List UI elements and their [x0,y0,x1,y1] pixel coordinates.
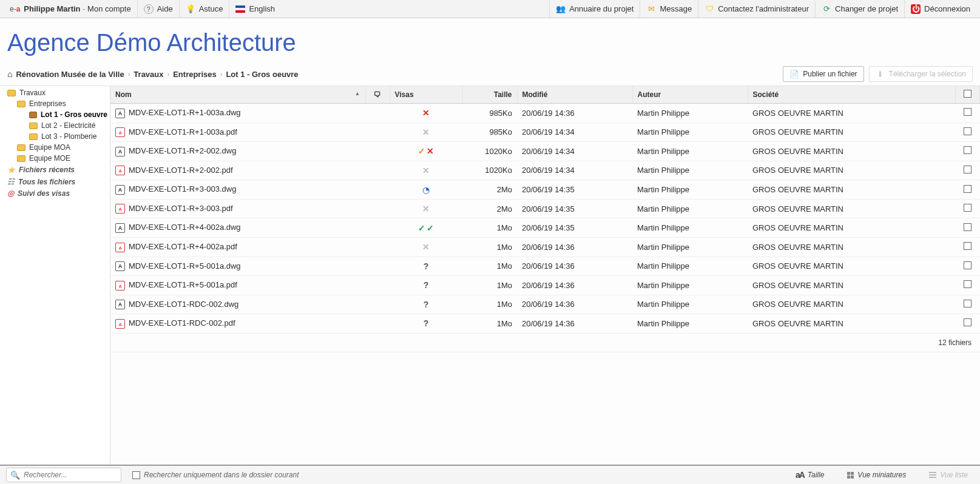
contact-admin-button[interactable]: 🛡 Contactez l'administrateur [698,1,815,18]
cell-name[interactable]: AMDV-EXE-LOT1-R+1-003a.dwg [110,104,365,123]
cell-visas[interactable]: ? [390,295,462,314]
table-row[interactable]: ▵MDV-EXE-LOT1-R+5-001a.pdf?1Mo20/06/19 1… [110,276,980,295]
cell-name[interactable]: AMDV-EXE-LOT1-RDC-002.dwg [110,295,365,314]
checkbox-icon[interactable] [964,185,972,193]
cell-comment[interactable] [365,314,390,334]
cell-visas[interactable]: ✕ [390,104,462,123]
publish-file-button[interactable]: 📄 Publier un fichier [783,66,863,82]
tree-recent-files[interactable]: ★ Fichiers récents [0,164,110,176]
home-icon[interactable]: ⌂ [7,69,12,79]
tree-lot1[interactable]: Lot 1 - Gros oeuvre [0,109,110,120]
cell-comment[interactable] [365,180,390,200]
cell-select[interactable] [956,123,980,142]
checkbox-icon[interactable] [964,280,972,288]
cell-visas[interactable]: ✕ [390,199,462,218]
cell-name[interactable]: ▵MDV-EXE-LOT1-RDC-002.pdf [110,314,365,334]
view-list[interactable]: Vue liste [923,471,974,479]
col-size[interactable]: Taille [462,86,517,104]
checkbox-icon[interactable] [964,261,972,269]
search-input[interactable] [24,471,117,479]
directory-button[interactable]: 👥 Annuaire du projet [549,1,640,18]
cell-comment[interactable] [365,276,390,295]
tree-entreprises[interactable]: Entreprises [0,98,110,109]
breadcrumb-root[interactable]: Rénovation Musée de la Ville [16,70,124,79]
checkbox-icon[interactable] [964,146,972,154]
tree-lot2[interactable]: Lot 2 - Electricité [0,120,110,131]
col-name[interactable]: Nom ▲ [110,86,365,104]
cell-visas[interactable]: ✕ [390,161,462,180]
tip-button[interactable]: 💡 Astuce [180,1,230,18]
col-company[interactable]: Société [748,86,956,104]
cell-comment[interactable] [365,295,390,314]
checkbox-icon[interactable] [964,223,972,231]
message-button[interactable]: ✉ Message [640,1,698,18]
search-input-wrapper[interactable]: 🔍 [6,468,121,482]
cell-select[interactable] [956,161,980,180]
cell-select[interactable] [956,218,980,238]
tree-moa[interactable]: Equipe MOA [0,142,110,153]
search-folder-only[interactable]: Rechercher uniquement dans le dossier co… [132,471,299,479]
col-visas[interactable]: Visas [390,86,462,104]
cell-select[interactable] [956,276,980,295]
table-row[interactable]: AMDV-EXE-LOT1-R+1-003a.dwg✕985Ko20/06/19… [110,104,980,123]
view-thumbnails[interactable]: Vue miniatures [841,471,912,479]
table-row[interactable]: AMDV-EXE-LOT1-RDC-002.dwg?1Mo20/06/19 14… [110,295,980,314]
tree-moe[interactable]: Equipe MOE [0,153,110,164]
cell-visas[interactable]: ◔ [390,180,462,200]
language-button[interactable]: English [229,1,281,18]
cell-comment[interactable] [365,199,390,218]
checkbox-icon[interactable] [964,90,972,98]
cell-name[interactable]: AMDV-EXE-LOT1-R+5-001a.dwg [110,257,365,276]
cell-comment[interactable] [365,161,390,180]
tree-all-files[interactable]: ☷ Tous les fichiers [0,176,110,187]
cell-visas[interactable]: ✕ [390,123,462,142]
checkbox-icon[interactable] [964,108,972,116]
tree-visa-tracking[interactable]: ◎ Suivi des visas [0,187,110,199]
checkbox-icon[interactable] [964,166,972,173]
cell-select[interactable] [956,199,980,218]
cell-visas[interactable]: ? [390,314,462,334]
cell-name[interactable]: AMDV-EXE-LOT1-R+4-002a.dwg [110,218,365,238]
tree-lot3[interactable]: Lot 3 - Plomberie [0,131,110,142]
cell-name[interactable]: ▵MDV-EXE-LOT1-R+5-001a.pdf [110,276,365,295]
cell-select[interactable] [956,314,980,334]
table-row[interactable]: AMDV-EXE-LOT1-R+2-002.dwg✓✕1020Ko20/06/1… [110,142,980,161]
checkbox-icon[interactable] [964,127,972,135]
cell-name[interactable]: ▵MDV-EXE-LOT1-R+1-003a.pdf [110,123,365,142]
cell-visas[interactable]: ✕ [390,237,462,257]
table-row[interactable]: ▵MDV-EXE-LOT1-R+2-002.pdf✕1020Ko20/06/19… [110,161,980,180]
col-modified[interactable]: Modifié [517,86,632,104]
cell-name[interactable]: ▵MDV-EXE-LOT1-R+4-002a.pdf [110,237,365,257]
table-row[interactable]: AMDV-EXE-LOT1-R+3-003.dwg◔2Mo20/06/19 14… [110,180,980,200]
table-row[interactable]: AMDV-EXE-LOT1-R+5-001a.dwg?1Mo20/06/19 1… [110,257,980,276]
account-menu[interactable]: e-a Philippe Martin - Mon compte [4,1,138,18]
cell-name[interactable]: AMDV-EXE-LOT1-R+2-002.dwg [110,142,365,161]
checkbox-icon[interactable] [132,471,140,479]
cell-comment[interactable] [365,123,390,142]
col-author[interactable]: Auteur [632,86,748,104]
table-row[interactable]: ▵MDV-EXE-LOT1-RDC-002.pdf?1Mo20/06/19 14… [110,314,980,334]
checkbox-icon[interactable] [964,300,972,308]
cell-select[interactable] [956,104,980,123]
cell-comment[interactable] [365,142,390,161]
cell-select[interactable] [956,142,980,161]
breadcrumb-entreprises[interactable]: Entreprises [173,70,217,79]
size-toggle[interactable]: aA Taille [789,470,830,480]
tree-travaux[interactable]: Travaux [0,87,110,98]
logout-button[interactable]: ⏻ Déconnexion [904,1,976,18]
breadcrumb-current[interactable]: Lot 1 - Gros oeuvre [226,70,298,79]
checkbox-icon[interactable] [964,318,972,326]
col-comment[interactable]: 🗨 [365,86,390,104]
checkbox-icon[interactable] [964,242,972,250]
cell-select[interactable] [956,237,980,257]
cell-name[interactable]: AMDV-EXE-LOT1-R+3-003.dwg [110,180,365,200]
table-row[interactable]: ▵MDV-EXE-LOT1-R+1-003a.pdf✕985Ko20/06/19… [110,123,980,142]
change-project-button[interactable]: ⟳ Changer de projet [815,1,904,18]
download-selection-button[interactable]: ⬇ Télécharger la sélection [869,66,973,82]
table-row[interactable]: AMDV-EXE-LOT1-R+4-002a.dwg✓✓1Mo20/06/19 … [110,218,980,238]
cell-visas[interactable]: ? [390,257,462,276]
cell-select[interactable] [956,180,980,200]
cell-comment[interactable] [365,237,390,257]
help-button[interactable]: ? Aide [138,1,180,18]
table-row[interactable]: ▵MDV-EXE-LOT1-R+3-003.pdf✕2Mo20/06/19 14… [110,199,980,218]
